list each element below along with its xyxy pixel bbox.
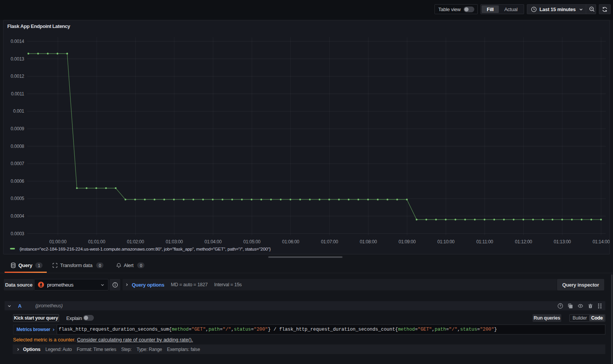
svg-text:0.0004: 0.0004: [11, 213, 25, 219]
svg-text:01:07:00: 01:07:00: [321, 239, 338, 244]
svg-text:01:03:00: 01:03:00: [166, 239, 183, 244]
svg-text:01:04:00: 01:04:00: [205, 239, 222, 244]
svg-text:01:10:00: 01:10:00: [438, 239, 455, 244]
svg-text:01:11:00: 01:11:00: [476, 239, 493, 244]
svg-text:01:01:00: 01:01:00: [88, 239, 105, 244]
svg-text:0.0007: 0.0007: [11, 161, 25, 166]
svg-text:01:08:00: 01:08:00: [360, 239, 377, 244]
svg-text:0.0013: 0.0013: [11, 56, 25, 62]
svg-text:0.0003: 0.0003: [11, 231, 25, 236]
svg-text:0.0005: 0.0005: [11, 196, 25, 201]
svg-text:01:14:00: 01:14:00: [593, 239, 610, 244]
svg-text:01:13:00: 01:13:00: [554, 239, 571, 244]
svg-text:0.0009: 0.0009: [11, 126, 25, 131]
svg-text:01:12:00: 01:12:00: [515, 239, 532, 244]
svg-text:0.001: 0.001: [13, 108, 24, 114]
svg-text:{instance="ec2-184-169-216-224: {instance="ec2-184-169-216-224.us-west-1…: [20, 246, 271, 251]
svg-text:01:06:00: 01:06:00: [282, 239, 299, 244]
svg-text:01:05:00: 01:05:00: [243, 239, 261, 244]
svg-text:01:00:00: 01:00:00: [49, 239, 67, 244]
svg-text:01:09:00: 01:09:00: [398, 239, 416, 244]
svg-text:01:02:00: 01:02:00: [127, 239, 144, 244]
svg-text:0.0008: 0.0008: [11, 144, 25, 149]
svg-text:0.0011: 0.0011: [11, 91, 25, 97]
svg-text:0.0012: 0.0012: [11, 74, 25, 79]
svg-text:0.0014: 0.0014: [11, 39, 25, 44]
svg-text:0.0006: 0.0006: [11, 179, 25, 184]
